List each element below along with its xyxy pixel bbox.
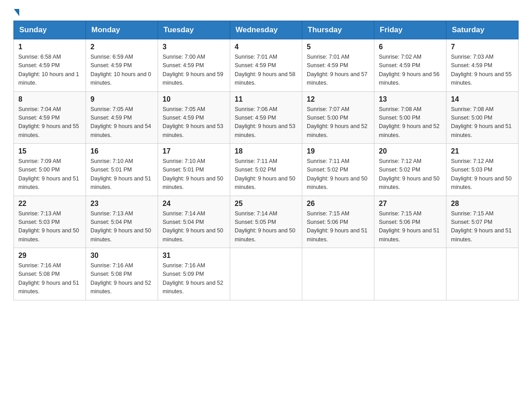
day-cell-14: 14Sunrise: 7:08 AMSunset: 5:00 PMDayligh… [446,91,519,144]
day-number-23: 23 [90,200,153,208]
day-cell-13: 13Sunrise: 7:08 AMSunset: 5:00 PMDayligh… [374,91,446,144]
day-number-2: 2 [90,43,153,51]
day-info-25: Sunrise: 7:14 AMSunset: 5:05 PMDaylight:… [235,210,297,244]
day-info-23: Sunrise: 7:13 AMSunset: 5:04 PMDaylight:… [90,210,153,244]
day-number-27: 27 [379,200,442,208]
day-info-22: Sunrise: 7:13 AMSunset: 5:03 PMDaylight:… [18,210,81,244]
day-cell-25: 25Sunrise: 7:14 AMSunset: 5:05 PMDayligh… [230,196,302,248]
day-number-24: 24 [163,200,225,208]
day-number-14: 14 [451,95,514,103]
day-info-19: Sunrise: 7:11 AMSunset: 5:02 PMDaylight:… [307,157,369,192]
day-number-17: 17 [163,147,225,155]
day-info-24: Sunrise: 7:14 AMSunset: 5:04 PMDaylight:… [163,210,225,244]
day-info-14: Sunrise: 7:08 AMSunset: 5:00 PMDaylight:… [451,105,514,140]
day-cell-15: 15Sunrise: 7:09 AMSunset: 5:00 PMDayligh… [14,144,86,196]
weekday-header-tuesday: Tuesday [158,21,230,39]
day-cell-18: 18Sunrise: 7:11 AMSunset: 5:02 PMDayligh… [230,144,302,196]
day-info-28: Sunrise: 7:15 AMSunset: 5:07 PMDaylight:… [451,210,514,244]
day-number-8: 8 [18,95,81,103]
day-number-5: 5 [307,43,369,51]
day-cell-4: 4Sunrise: 7:01 AMSunset: 4:59 PMDaylight… [230,39,302,92]
day-cell-26: 26Sunrise: 7:15 AMSunset: 5:06 PMDayligh… [302,196,374,248]
day-info-15: Sunrise: 7:09 AMSunset: 5:00 PMDaylight:… [18,157,81,192]
day-cell-8: 8Sunrise: 7:04 AMSunset: 4:59 PMDaylight… [14,91,86,144]
day-info-5: Sunrise: 7:01 AMSunset: 4:59 PMDaylight:… [307,53,369,88]
week-row-3: 15Sunrise: 7:09 AMSunset: 5:00 PMDayligh… [14,144,519,196]
day-cell-21: 21Sunrise: 7:12 AMSunset: 5:03 PMDayligh… [446,144,519,196]
day-number-7: 7 [451,43,514,51]
day-cell-28: 28Sunrise: 7:15 AMSunset: 5:07 PMDayligh… [446,196,519,248]
day-cell-7: 7Sunrise: 7:03 AMSunset: 4:59 PMDaylight… [446,39,519,92]
day-info-13: Sunrise: 7:08 AMSunset: 5:00 PMDaylight:… [379,105,442,140]
day-cell-9: 9Sunrise: 7:05 AMSunset: 4:59 PMDaylight… [86,91,158,144]
day-info-6: Sunrise: 7:02 AMSunset: 4:59 PMDaylight:… [379,53,442,88]
week-row-4: 22Sunrise: 7:13 AMSunset: 5:03 PMDayligh… [14,196,519,248]
week-row-5: 29Sunrise: 7:16 AMSunset: 5:08 PMDayligh… [14,248,519,300]
day-info-9: Sunrise: 7:05 AMSunset: 4:59 PMDaylight:… [90,105,153,140]
day-cell-12: 12Sunrise: 7:07 AMSunset: 5:00 PMDayligh… [302,91,374,144]
day-cell-27: 27Sunrise: 7:15 AMSunset: 5:06 PMDayligh… [374,196,446,248]
day-number-18: 18 [235,147,297,155]
day-number-1: 1 [18,43,81,51]
day-info-3: Sunrise: 7:00 AMSunset: 4:59 PMDaylight:… [163,53,225,88]
day-number-15: 15 [18,147,81,155]
day-number-16: 16 [90,147,153,155]
day-number-30: 30 [90,252,153,260]
day-cell-20: 20Sunrise: 7:12 AMSunset: 5:02 PMDayligh… [374,144,446,196]
day-info-16: Sunrise: 7:10 AMSunset: 5:01 PMDaylight:… [90,157,153,192]
day-cell-31: 31Sunrise: 7:16 AMSunset: 5:09 PMDayligh… [158,248,230,300]
day-info-21: Sunrise: 7:12 AMSunset: 5:03 PMDaylight:… [451,157,514,192]
day-number-11: 11 [235,95,297,103]
empty-cell [374,248,446,300]
day-cell-17: 17Sunrise: 7:10 AMSunset: 5:01 PMDayligh… [158,144,230,196]
day-info-18: Sunrise: 7:11 AMSunset: 5:02 PMDaylight:… [235,157,297,192]
weekday-header-monday: Monday [86,21,158,39]
empty-cell [446,248,519,300]
week-row-1: 1Sunrise: 6:58 AMSunset: 4:59 PMDaylight… [14,39,519,92]
day-cell-3: 3Sunrise: 7:00 AMSunset: 4:59 PMDaylight… [158,39,230,92]
day-number-19: 19 [307,147,369,155]
day-number-4: 4 [235,43,297,51]
logo-triangle-icon [14,9,19,16]
empty-cell [302,248,374,300]
day-cell-1: 1Sunrise: 6:58 AMSunset: 4:59 PMDaylight… [14,39,86,92]
day-cell-16: 16Sunrise: 7:10 AMSunset: 5:01 PMDayligh… [86,144,158,196]
day-info-7: Sunrise: 7:03 AMSunset: 4:59 PMDaylight:… [451,53,514,88]
day-info-11: Sunrise: 7:06 AMSunset: 4:59 PMDaylight:… [235,105,297,140]
day-cell-24: 24Sunrise: 7:14 AMSunset: 5:04 PMDayligh… [158,196,230,248]
day-number-31: 31 [163,252,225,260]
day-info-12: Sunrise: 7:07 AMSunset: 5:00 PMDaylight:… [307,105,369,140]
day-cell-29: 29Sunrise: 7:16 AMSunset: 5:08 PMDayligh… [14,248,86,300]
day-info-4: Sunrise: 7:01 AMSunset: 4:59 PMDaylight:… [235,53,297,88]
day-cell-19: 19Sunrise: 7:11 AMSunset: 5:02 PMDayligh… [302,144,374,196]
day-info-8: Sunrise: 7:04 AMSunset: 4:59 PMDaylight:… [18,105,81,140]
day-info-30: Sunrise: 7:16 AMSunset: 5:08 PMDaylight:… [90,261,153,296]
weekday-header-friday: Friday [374,21,446,39]
day-number-12: 12 [307,95,369,103]
day-number-29: 29 [18,252,81,260]
day-cell-10: 10Sunrise: 7:05 AMSunset: 4:59 PMDayligh… [158,91,230,144]
day-cell-5: 5Sunrise: 7:01 AMSunset: 4:59 PMDaylight… [302,39,374,92]
day-number-10: 10 [163,95,225,103]
day-info-1: Sunrise: 6:58 AMSunset: 4:59 PMDaylight:… [18,53,81,88]
day-number-3: 3 [163,43,225,51]
day-number-21: 21 [451,147,514,155]
day-number-22: 22 [18,200,81,208]
day-info-17: Sunrise: 7:10 AMSunset: 5:01 PMDaylight:… [163,157,225,192]
day-cell-6: 6Sunrise: 7:02 AMSunset: 4:59 PMDaylight… [374,39,446,92]
weekday-header-saturday: Saturday [446,21,519,39]
day-info-20: Sunrise: 7:12 AMSunset: 5:02 PMDaylight:… [379,157,442,192]
day-number-25: 25 [235,200,297,208]
day-cell-11: 11Sunrise: 7:06 AMSunset: 4:59 PMDayligh… [230,91,302,144]
day-number-9: 9 [90,95,153,103]
day-info-31: Sunrise: 7:16 AMSunset: 5:09 PMDaylight:… [163,261,225,296]
day-info-2: Sunrise: 6:59 AMSunset: 4:59 PMDaylight:… [90,53,153,88]
day-number-26: 26 [307,200,369,208]
day-info-10: Sunrise: 7:05 AMSunset: 4:59 PMDaylight:… [163,105,225,140]
day-info-27: Sunrise: 7:15 AMSunset: 5:06 PMDaylight:… [379,210,442,244]
weekday-header-thursday: Thursday [302,21,374,39]
day-cell-30: 30Sunrise: 7:16 AMSunset: 5:08 PMDayligh… [86,248,158,300]
day-cell-23: 23Sunrise: 7:13 AMSunset: 5:04 PMDayligh… [86,196,158,248]
day-number-20: 20 [379,147,442,155]
weekday-header-wednesday: Wednesday [230,21,302,39]
